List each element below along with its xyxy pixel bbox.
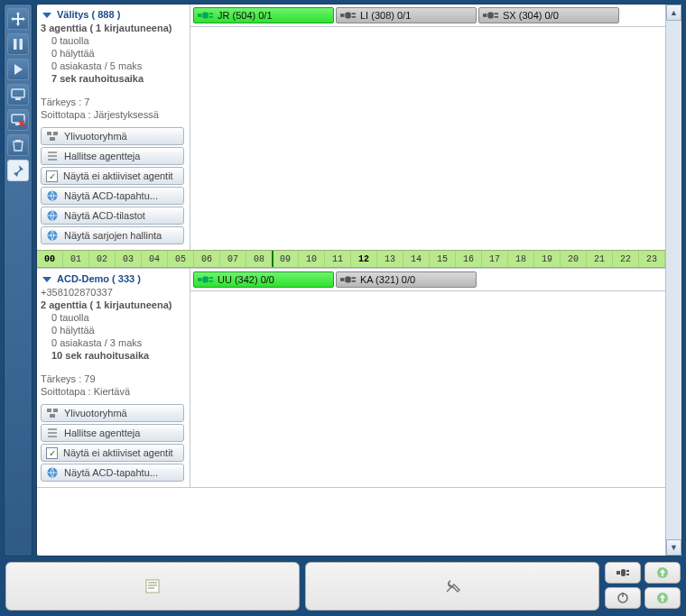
move-button[interactable]: [7, 8, 29, 30]
meta-callmode: Soittotapa : Kiertävä: [41, 386, 184, 397]
globe-icon: [46, 466, 59, 479]
agent-label: KA (321) 0/0: [360, 274, 415, 285]
timeline-hour[interactable]: 12: [351, 251, 377, 267]
svg-rect-3: [15, 98, 21, 100]
group-block-valitys: Välitys ( 888 ) 3 agenttia ( 1 kirjautun…: [37, 5, 665, 269]
stat-cooldown: 7 sek rauhoitusaika: [41, 73, 184, 84]
timeline-hour[interactable]: 13: [377, 251, 403, 267]
agent-chip[interactable]: JR (504) 0/1: [193, 7, 334, 23]
content-scroll: Välitys ( 888 ) 3 agenttia ( 1 kirjautun…: [37, 5, 665, 556]
svg-rect-23: [495, 13, 499, 14]
meta-priority: Tärkeys : 79: [41, 373, 184, 384]
collapse-icon[interactable]: [41, 8, 53, 21]
timeline-hour[interactable]: 16: [456, 251, 482, 267]
timeline-hour[interactable]: 22: [613, 251, 639, 267]
svg-rect-38: [616, 571, 620, 575]
show-acd-events-button[interactable]: Näytä ACD-tapahtu...: [41, 464, 184, 482]
trash-button[interactable]: [7, 134, 29, 156]
overflow-group-button[interactable]: Ylivuotoryhmä: [41, 127, 184, 145]
vertical-scrollbar[interactable]: ▲ ▼: [665, 5, 681, 556]
notes-pane[interactable]: [5, 562, 300, 611]
timeline-hour[interactable]: 06: [194, 251, 220, 267]
tools-pane[interactable]: [305, 562, 599, 611]
manage-agents-button[interactable]: Hallitse agentteja: [41, 147, 184, 165]
timeline-hour[interactable]: 01: [63, 251, 89, 267]
timeline-hour[interactable]: 15: [430, 251, 456, 267]
svg-rect-44: [622, 593, 623, 597]
show-acd-stats-button[interactable]: Näytä ACD-tilastot: [41, 207, 184, 225]
timeline-hour[interactable]: 17: [482, 251, 508, 267]
svg-rect-15: [209, 13, 214, 14]
svg-rect-16: [209, 16, 214, 18]
timeline-hour[interactable]: 18: [508, 251, 534, 267]
timeline-hour[interactable]: 03: [116, 251, 142, 267]
timeline-hour[interactable]: 11: [325, 251, 351, 267]
arrow-up-icon: [655, 591, 670, 605]
power-icon: [616, 591, 630, 605]
show-inactive-checkbox[interactable]: ✓ Näytä ei aktiiviset agentit: [41, 167, 184, 185]
timeline-hour[interactable]: 14: [403, 251, 430, 267]
show-inactive-checkbox[interactable]: ✓ Näytä ei aktiiviset agentit: [41, 444, 184, 462]
up-arrow-button-2[interactable]: [644, 587, 681, 609]
show-series-mgmt-button[interactable]: Näytä sarjojen hallinta: [41, 226, 184, 244]
svg-rect-37: [146, 580, 159, 593]
timeline-hour[interactable]: 21: [587, 251, 613, 267]
power-button[interactable]: [605, 587, 641, 609]
globe-icon: [46, 189, 59, 202]
svg-rect-7: [47, 132, 51, 135]
play-button[interactable]: [7, 59, 29, 80]
left-toolbar: [4, 4, 32, 556]
svg-rect-0: [14, 39, 17, 50]
scroll-down-button[interactable]: ▼: [666, 539, 681, 556]
timeline-hour[interactable]: 20: [561, 251, 587, 267]
collapse-icon[interactable]: [41, 272, 53, 285]
svg-rect-26: [53, 409, 58, 412]
scroll-track[interactable]: [666, 21, 681, 539]
timeline-hour[interactable]: 19: [534, 251, 561, 267]
notes-icon: [144, 578, 161, 594]
bottom-bar: [5, 562, 681, 611]
agent-chip[interactable]: UU (342) 0/0: [193, 271, 334, 288]
svg-rect-29: [198, 278, 202, 281]
agent-chip[interactable]: SX (304) 0/0: [478, 7, 619, 23]
stat-paused: 0 tauolla: [41, 35, 184, 46]
timeline-hour[interactable]: 23: [639, 251, 665, 267]
button-label: Hallitse agentteja: [64, 151, 140, 161]
timeline-hour[interactable]: 04: [142, 251, 168, 267]
group-phone: +358102870337: [41, 287, 184, 298]
svg-rect-40: [626, 570, 629, 572]
agent-chip[interactable]: KA (321) 0/0: [336, 271, 477, 288]
timeline-hour[interactable]: 02: [89, 251, 116, 267]
timeline-hour[interactable]: 10: [299, 251, 325, 267]
show-acd-events-button[interactable]: Näytä ACD-tapahtu...: [41, 187, 184, 205]
plug-icon: [198, 274, 214, 285]
svg-rect-36: [352, 280, 357, 282]
agent-label: SX (304) 0/0: [503, 10, 559, 21]
pause-button[interactable]: [7, 33, 29, 55]
group-icon: [46, 130, 59, 143]
button-label: Ylivuotoryhmä: [64, 131, 127, 142]
globe-icon: [46, 229, 59, 242]
timeline-hour[interactable]: 09: [273, 251, 299, 267]
timeline-hour[interactable]: 05: [168, 251, 194, 267]
meta-callmode: Soittotapa : Järjestyksessä: [41, 109, 184, 120]
manage-agents-button[interactable]: Hallitse agentteja: [41, 424, 184, 442]
timeline-hour[interactable]: 08: [246, 251, 273, 267]
monitor-remove-button[interactable]: [7, 109, 29, 131]
agent-chip[interactable]: LI (308) 0/1: [336, 7, 477, 23]
button-label: Näytä ei aktiiviset agentit: [63, 447, 173, 458]
scroll-up-button[interactable]: ▲: [666, 5, 681, 21]
monitor-button[interactable]: [7, 84, 29, 106]
pin-button[interactable]: [7, 160, 29, 181]
timeline-hour[interactable]: 00: [37, 251, 63, 267]
overflow-group-button[interactable]: Ylivuotoryhmä: [41, 404, 184, 422]
plug-button[interactable]: [605, 562, 641, 584]
timeline-hour[interactable]: 07: [220, 251, 246, 267]
group-detail-pane: [190, 290, 665, 487]
up-arrow-button[interactable]: [644, 562, 681, 584]
button-label: Näytä ACD-tapahtu...: [64, 467, 158, 478]
stat-cooldown: 10 sek rauhoitusaika: [41, 350, 184, 361]
timeline[interactable]: 0001020304050607080910111213141516171819…: [37, 250, 665, 268]
svg-rect-18: [345, 12, 350, 18]
svg-rect-30: [202, 276, 208, 282]
